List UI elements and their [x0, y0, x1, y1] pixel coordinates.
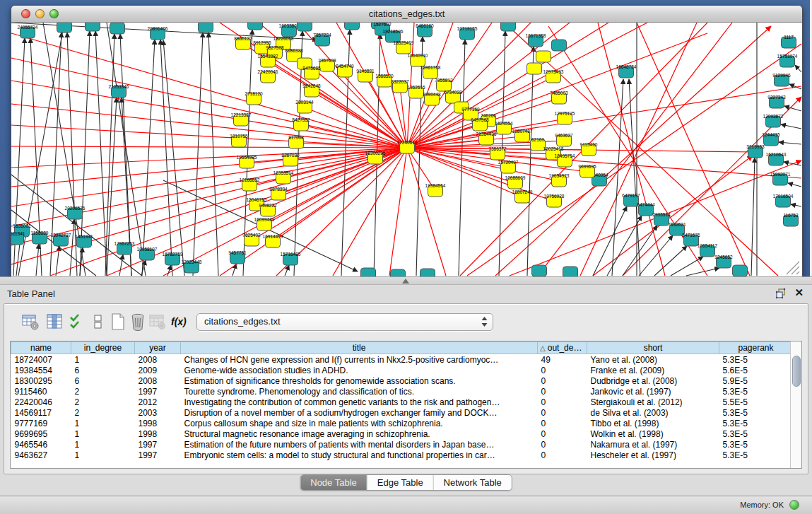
column-header[interactable]: short [587, 342, 719, 354]
network-node[interactable] [563, 267, 578, 276]
network-edge[interactable] [788, 183, 801, 187]
network-edge[interactable] [107, 98, 117, 276]
tab-node-table[interactable]: Node Table [300, 475, 367, 490]
delete-column-trash-icon[interactable] [129, 313, 147, 331]
network-node[interactable] [298, 23, 312, 31]
network-edge[interactable] [193, 33, 203, 276]
network-node[interactable] [501, 23, 516, 31]
table-row[interactable]: 946554611997Estimation of the future num… [11, 439, 793, 450]
network-node[interactable] [248, 23, 263, 30]
attribute-table[interactable]: namein_degreeyeartitle△out_de…shortpager… [11, 341, 793, 460]
network-node[interactable] [420, 269, 435, 276]
table-row[interactable]: 911546021997Tourette syndrome. Phenomeno… [11, 386, 793, 397]
network-node-label: 3215953 [746, 144, 765, 149]
network-node-label: 9242848 [302, 83, 321, 88]
table-row[interactable]: 1938455462009Genome-wide association stu… [11, 365, 793, 375]
column-header[interactable]: pagerank [719, 342, 793, 354]
column-header[interactable]: in_degree [71, 342, 135, 354]
table-options-icon[interactable] [21, 313, 40, 331]
network-node[interactable] [199, 23, 213, 33]
table-row[interactable]: 1456911722003Disruption of a novel membe… [11, 407, 793, 418]
table-selector-dropdown[interactable]: citations_edges.txt [196, 313, 493, 331]
tab-edge-table[interactable]: Edge Table [367, 475, 434, 490]
window-resize-grip[interactable] [787, 262, 799, 274]
network-edge[interactable] [784, 162, 801, 165]
network-edge[interactable] [400, 87, 407, 148]
network-node[interactable] [345, 23, 360, 30]
network-edge[interactable] [654, 246, 687, 276]
scrollbar-thumb[interactable] [792, 356, 801, 387]
network-edge[interactable] [407, 23, 570, 148]
network-canvas[interactable]: 2405572420891406160338091065325778572248… [11, 23, 802, 276]
window-titlebar[interactable]: citations_edges.txt [11, 6, 802, 23]
column-header[interactable]: year [135, 342, 181, 354]
network-edge[interactable] [598, 23, 665, 276]
network-edge[interactable] [416, 37, 423, 276]
close-window-button[interactable] [21, 9, 30, 18]
network-node[interactable] [552, 40, 567, 51]
memory-ok-indicator-icon[interactable] [789, 500, 799, 510]
network-node-label: 8267130 [281, 153, 300, 158]
new-column-icon[interactable] [109, 313, 127, 331]
network-node[interactable] [361, 268, 376, 276]
table-cell: 5.6E-5 [719, 365, 793, 375]
network-edge[interactable] [389, 148, 407, 276]
column-header[interactable]: title [181, 342, 538, 354]
network-graph[interactable]: 2405572420891406160338091065325778572248… [11, 23, 802, 276]
network-node[interactable] [527, 63, 542, 74]
network-node[interactable] [391, 269, 406, 276]
splitter-collapse-arrow-icon[interactable] [402, 279, 409, 284]
network-node[interactable] [86, 23, 100, 31]
network-node[interactable] [110, 23, 125, 34]
network-edge[interactable] [407, 148, 446, 276]
table-cell: 0 [538, 428, 587, 439]
network-edge[interactable] [11, 148, 407, 168]
network-node[interactable] [536, 51, 551, 62]
network-node[interactable] [532, 265, 547, 276]
network-node-label: 18495754 [555, 153, 575, 158]
float-panel-icon[interactable] [775, 288, 787, 299]
table-row[interactable]: 969969511998Structural magnetic resonanc… [11, 428, 793, 439]
network-edge[interactable] [11, 148, 407, 206]
function-builder-icon[interactable]: f(x) [171, 313, 189, 331]
close-panel-icon[interactable]: ✕ [794, 286, 804, 299]
table-row[interactable]: 946362711997Embryonic stem cells: a mode… [11, 450, 793, 460]
table-header-row[interactable]: namein_degreeyeartitle△out_de…shortpager… [11, 342, 793, 354]
network-edge[interactable] [527, 47, 534, 276]
network-edge[interactable] [67, 33, 77, 276]
zoom-window-button[interactable] [49, 9, 59, 18]
network-edge[interactable] [11, 146, 407, 148]
network-edge[interactable] [784, 106, 801, 111]
tab-network-table[interactable]: Network Table [434, 475, 512, 490]
network-node[interactable] [733, 265, 748, 276]
table-row[interactable]: 2242004622012Investigating the contribut… [11, 397, 793, 407]
minimize-window-button[interactable] [35, 9, 45, 18]
network-edge[interactable] [791, 204, 801, 206]
show-columns-icon[interactable] [45, 313, 64, 331]
network-edge[interactable] [751, 158, 755, 276]
row-mode-icon[interactable] [89, 313, 107, 331]
column-header[interactable]: △out_de… [538, 342, 587, 354]
network-edge[interactable] [580, 23, 697, 276]
network-edge[interactable] [167, 265, 171, 276]
network-edge[interactable] [11, 125, 407, 148]
network-node-label: 15716485 [281, 252, 301, 257]
table-row[interactable]: 1830029562008Estimation of significance … [11, 375, 793, 386]
network-edge[interactable] [795, 65, 801, 72]
column-header[interactable]: name [11, 342, 71, 354]
network-edge[interactable] [781, 124, 801, 129]
network-node[interactable] [57, 23, 72, 33]
select-checks-icon[interactable] [68, 313, 86, 331]
network-edge[interactable] [107, 23, 146, 276]
table-vertical-scrollbar[interactable] [790, 341, 801, 468]
table-body: 1872400712008Changes of HCN gene express… [11, 354, 793, 461]
network-edge[interactable] [36, 244, 39, 276]
network-edge[interactable] [119, 255, 123, 276]
network-edge[interactable] [11, 148, 407, 245]
network-edge[interactable] [208, 33, 218, 276]
network-edge[interactable] [779, 142, 801, 144]
table-row[interactable]: 977716911998Corpus callosum shape and si… [11, 418, 793, 428]
horizontal-splitter[interactable] [0, 276, 812, 285]
network-window[interactable]: citations_edges.txt 24055724208914061603… [11, 5, 803, 277]
table-row[interactable]: 1872400712008Changes of HCN gene express… [11, 354, 793, 366]
